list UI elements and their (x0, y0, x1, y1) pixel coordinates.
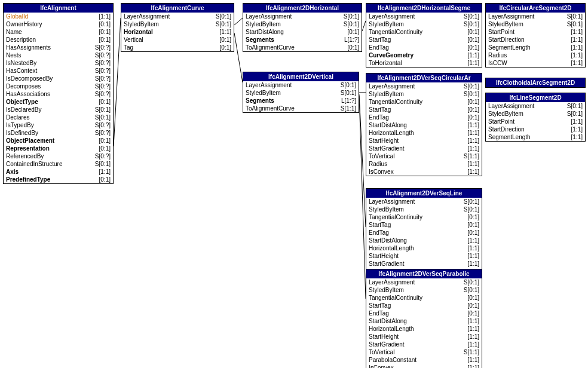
uml-header-ifcclothoidalarcsegment2d: IfcClothoidalArcSegment2D (486, 78, 585, 87)
attr-name: Representation (6, 145, 50, 152)
attr-name: Declares (6, 114, 29, 121)
attr-mult: [1:1] (571, 133, 583, 141)
attr-mult: [1:1] (571, 125, 583, 133)
uml-row: StartDistAlong[1:1] (366, 317, 482, 325)
attr-mult: S[0:1] (464, 206, 479, 213)
attr-mult: [1:1] (468, 325, 479, 333)
attr-mult: [1:1] (468, 260, 479, 268)
attr-mult: S[0:1] (344, 20, 359, 28)
uml-row: ToAlignmentCurveS[1:1] (243, 105, 359, 112)
attr-name: StartHeight (369, 333, 399, 341)
attr-name: IsCCW (488, 59, 507, 67)
attr-name: ToHorizontal (369, 59, 402, 67)
uml-row: StartPoint[1:1] (486, 118, 585, 125)
uml-row: LayerAssignmentS[0:1] (366, 13, 482, 20)
uml-row: StartTag[0:1] (366, 106, 482, 114)
uml-header-ifclinesegment2d: IfcLineSegment2D (486, 93, 585, 102)
attr-mult: S[0:?] (95, 152, 111, 160)
attr-name: StartGradient (369, 145, 404, 152)
attr-mult: [1:1] (468, 244, 479, 252)
attr-mult: [1:1] (468, 129, 479, 137)
uml-row: StartGradient[1:1] (366, 145, 482, 152)
attr-mult: S[0:?] (95, 67, 111, 75)
attr-name: HasAssignments (6, 44, 51, 51)
attr-mult: [0:1] (468, 98, 479, 106)
uml-row: StartPoint[1:1] (486, 28, 585, 36)
uml-header-ifcalignment2dhorizontal: IfcAlignment2DHorizontal (243, 4, 362, 13)
attr-name: StartTag (369, 36, 391, 44)
attr-mult: S[0:?] (95, 90, 111, 98)
uml-row: DeclaresS[0:1] (4, 114, 113, 121)
attr-name: StartHeight (369, 137, 399, 145)
attr-mult: S[0:1] (95, 106, 111, 114)
uml-row: StartDirection[1:1] (486, 36, 585, 44)
attr-name: Segments (246, 97, 274, 105)
attr-mult: L[1:?] (344, 36, 359, 44)
attr-mult: [0:1] (220, 44, 231, 51)
attr-mult: S[0:1] (216, 20, 231, 28)
uml-box-ifcalignmentcurve: IfcAlignmentCurveLayerAssignmentS[0:1]St… (121, 3, 234, 52)
attr-mult: [1:1] (571, 36, 583, 44)
uml-row: StyledByItemS[0:1] (366, 206, 482, 213)
attr-mult: [1:1] (468, 160, 479, 168)
attr-mult: [1:1] (571, 51, 583, 59)
uml-row: StartTag[0:1] (366, 221, 482, 229)
attr-mult: [0:1] (468, 114, 479, 121)
uml-row: TangentialContinuity[0:1] (366, 294, 482, 302)
uml-box-ifcalignment2dhorizontal: IfcAlignment2DHorizontalLayerAssignmentS… (243, 3, 362, 52)
uml-row: EndTag[0:1] (366, 114, 482, 121)
svg-line-1 (234, 18, 243, 25)
uml-row: LayerAssignmentS[0:1] (486, 13, 585, 20)
uml-row: StartTag[0:1] (366, 302, 482, 309)
uml-row: StartHeight[1:1] (366, 252, 482, 260)
attr-name: StartDirection (488, 125, 525, 133)
attr-name: ToAlignmentCurve (246, 105, 295, 112)
attr-name: Radius (369, 160, 387, 168)
uml-row: StyledByItemS[0:1] (243, 89, 359, 97)
uml-row: Name[0:1] (4, 28, 113, 36)
attr-name: StyledByItem (488, 110, 523, 118)
uml-row: LayerAssignmentS[0:1] (486, 102, 585, 110)
uml-row: SegmentsL[1:?] (243, 97, 359, 105)
attr-name: ToVertical (369, 348, 394, 356)
attr-mult: S[0:1] (95, 114, 111, 121)
uml-row: StyledByItemS[0:1] (486, 110, 585, 118)
uml-row: SegmentLength[1:1] (486, 133, 585, 141)
attr-name: StartGradient (369, 341, 404, 348)
attr-name: IsDeclaredBy (6, 106, 41, 114)
uml-row: StyledByItemS[0:1] (121, 20, 234, 28)
uml-box-ifcalignment2dverseqline: IfcAlignment2DVerSeqLineLayerAssignmentS… (366, 188, 482, 276)
uml-row: IsConvex[1:1] (366, 364, 482, 368)
uml-row: StartTag[0:1] (366, 36, 482, 44)
attr-name: StartDirection (488, 36, 525, 44)
attr-name: EndTag (369, 309, 389, 317)
attr-mult: L[1:?] (341, 97, 356, 105)
uml-row: StartHeight[1:1] (366, 137, 482, 145)
uml-row: Vertical[0:1] (121, 36, 234, 44)
attr-mult: [0:1] (468, 302, 479, 309)
attr-name: ObjectType (6, 98, 38, 106)
attr-mult: [0:1] (99, 36, 111, 44)
attr-mult: S[1:1] (464, 152, 479, 160)
uml-box-ifcclothoidalarcsegment2d: IfcClothoidalArcSegment2D (485, 78, 586, 88)
uml-row: ToVerticalS[1:1] (366, 152, 482, 160)
attr-mult: [0:1] (468, 36, 479, 44)
attr-name: StartHeight (369, 252, 399, 260)
attr-mult: [0:1] (468, 44, 479, 51)
uml-row: SegmentLength[1:1] (486, 44, 585, 51)
attr-name: CurveGeometry (369, 51, 414, 59)
uml-row: Description[0:1] (4, 36, 113, 44)
attr-name: StartPoint (488, 28, 514, 36)
uml-row: ToAlignmentCurve[0:1] (243, 44, 362, 51)
uml-header-ifcalignment2dverseqparabolic: IfcAlignment2DVerSeqParabolic (366, 269, 482, 278)
uml-row: TangentialContinuity[0:1] (366, 28, 482, 36)
uml-row: HorizontalLength[1:1] (366, 325, 482, 333)
attr-name: IsTypedBy (6, 121, 34, 129)
uml-row: LayerAssignmentS[0:1] (243, 13, 362, 20)
attr-mult: S[0:?] (95, 51, 111, 59)
attr-mult: S[0:?] (95, 82, 111, 90)
attr-mult: S[0:1] (464, 278, 479, 286)
attr-name: StyledByItem (369, 90, 404, 98)
attr-name: PredefinedType (6, 176, 50, 183)
attr-mult: S[0:1] (216, 13, 231, 20)
